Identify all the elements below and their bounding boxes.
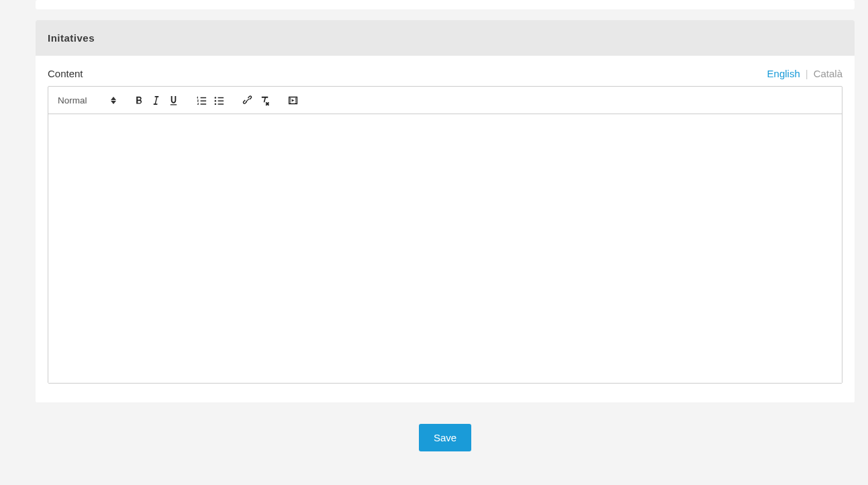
initiatives-card: Initatives Content English | Català Norm…: [36, 20, 855, 402]
content-header: Content English | Català: [48, 68, 842, 79]
unordered-list-button[interactable]: [210, 91, 228, 109]
lang-tab-english[interactable]: English: [767, 68, 800, 79]
format-group: Normal: [55, 93, 119, 107]
svg-point-0: [214, 97, 215, 98]
text-style-group: [130, 91, 182, 109]
editor-content-area[interactable]: [48, 114, 842, 383]
content-label: Content: [48, 68, 83, 79]
media-group: [284, 91, 301, 109]
chevron-updown-icon: [111, 97, 116, 104]
ordered-list-button[interactable]: [193, 91, 210, 109]
language-tabs: English | Català: [767, 68, 842, 79]
editor-toolbar: Normal: [48, 87, 842, 114]
underline-button[interactable]: [164, 91, 182, 109]
link-button[interactable]: [238, 91, 256, 109]
lang-tab-catala[interactable]: Català: [814, 68, 842, 79]
format-select[interactable]: Normal: [55, 93, 119, 107]
svg-point-1: [214, 99, 215, 101]
video-button[interactable]: [284, 91, 301, 109]
lang-separator: |: [806, 68, 808, 79]
list-group: [193, 91, 228, 109]
svg-point-2: [214, 103, 215, 104]
italic-button[interactable]: [147, 91, 164, 109]
card-header: Initatives: [36, 20, 855, 56]
save-button[interactable]: Save: [419, 424, 471, 451]
format-select-label: Normal: [58, 95, 87, 105]
card-body: Content English | Català Normal: [36, 56, 855, 402]
bold-button[interactable]: [130, 91, 147, 109]
card-title: Initatives: [48, 32, 95, 44]
previous-card-bottom: [36, 0, 855, 9]
save-row: Save: [36, 424, 855, 451]
clear-format-button[interactable]: [256, 91, 273, 109]
insert-group: [238, 91, 273, 109]
rich-text-editor: Normal: [48, 86, 842, 384]
